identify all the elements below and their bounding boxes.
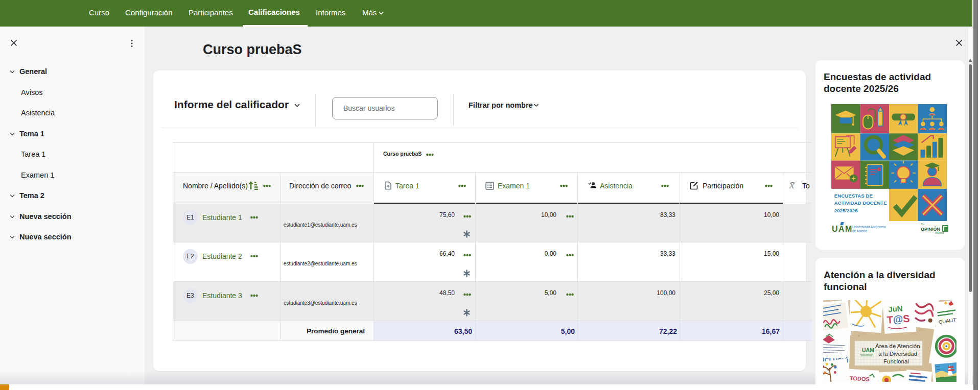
svg-text:ENCUESTAS DE: ENCUESTAS DE [834,193,873,199]
svg-text:a la Diversidad: a la Diversidad [878,351,917,357]
svg-text:Área de Atención: Área de Atención [875,343,920,349]
svg-text:TODOS: TODOS [850,375,870,382]
svg-text:Funcional: Funcional [883,358,909,364]
svg-text:2025/2026: 2025/2026 [834,208,858,213]
svg-text:T@S: T@S [886,313,911,326]
svg-text:UAM: UAM [862,347,874,353]
svg-text:JuN: JuN [888,304,903,313]
svg-text:ACTIVIDAD DOCENTE: ACTIVIDAD DOCENTE [834,200,887,206]
